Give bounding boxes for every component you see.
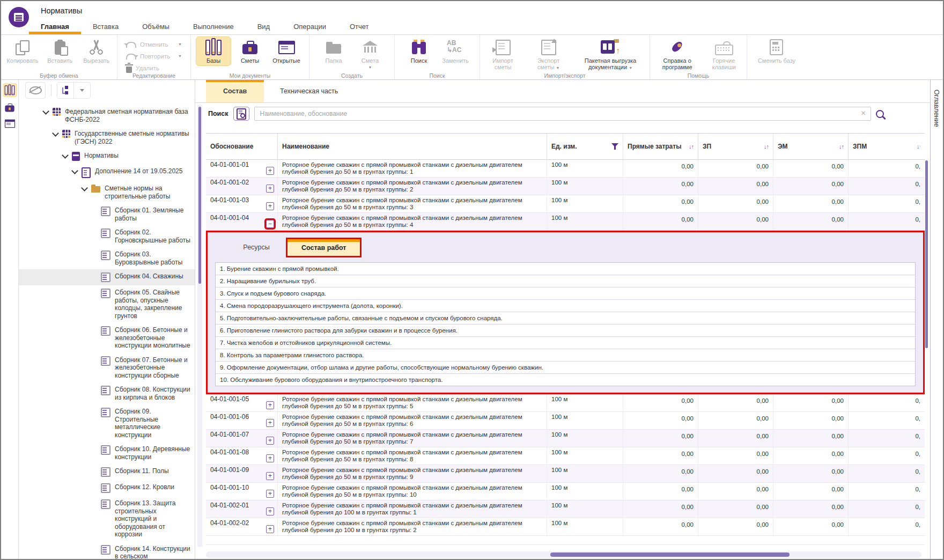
menu-tab[interactable]: Вставка <box>81 18 130 34</box>
row-expander[interactable] <box>266 185 274 193</box>
row-expander[interactable] <box>266 437 274 445</box>
table-row[interactable]: 04-01-001-07 Роторное бурение скважин с … <box>206 430 925 447</box>
paste-button[interactable]: Вставить <box>42 36 78 66</box>
table-row[interactable]: 04-01-001-05 Роторное бурение скважин с … <box>206 394 925 412</box>
work-item[interactable]: 7. Чистка желобов и отстойников циркуляц… <box>216 337 915 349</box>
export-estimate-button[interactable]: Экспорт сметы▼ <box>525 36 572 72</box>
table-row[interactable]: 04-01-001-04 Роторное бурение скважин с … <box>206 213 925 231</box>
column-header-unit[interactable]: Ед. изм. <box>547 134 623 159</box>
row-expander[interactable] <box>266 419 274 427</box>
content-tab[interactable]: Состав <box>206 80 264 102</box>
tree-item[interactable]: Государственные сметные нормативы (ГЭСН)… <box>19 127 195 149</box>
chevron-down-icon[interactable]: ▼ <box>556 66 559 70</box>
column-header-zp[interactable]: ЗП↓↑ <box>698 134 773 159</box>
scrollbar-thumb[interactable] <box>550 552 790 557</box>
row-expander[interactable] <box>266 220 274 228</box>
chevron-down-icon[interactable] <box>71 167 78 174</box>
column-header-justification[interactable]: Обоснование <box>206 134 278 159</box>
tree-item[interactable]: Сборник 11. Полы <box>19 464 195 480</box>
horizontal-scrollbar[interactable] <box>206 551 921 558</box>
import-estimate-button[interactable]: Импорт сметы <box>482 36 523 72</box>
work-item[interactable]: 8. Контроль за параметрами глинистого ра… <box>216 349 915 362</box>
clear-search-icon[interactable]: ✕ <box>860 109 866 117</box>
tree-item[interactable]: Сборник 04. Скважины <box>19 269 195 285</box>
delete-button[interactable]: Удалить <box>126 63 182 73</box>
sort-icon[interactable]: ↓↑ <box>839 143 844 150</box>
copy-button[interactable]: Копировать <box>4 36 41 66</box>
column-header-em[interactable]: ЭМ↓↑ <box>773 134 849 159</box>
table-row[interactable]: 04-01-002-01 Роторное бурение скважин с … <box>206 500 925 518</box>
work-item[interactable]: 9. Оформление документации, отбор шлама … <box>216 362 915 374</box>
undo-button[interactable]: Отменить ▼ <box>126 40 182 49</box>
work-composition-tab[interactable]: Состав работ <box>287 239 360 256</box>
table-row[interactable]: 04-01-001-03 Роторное бурение скважин с … <box>206 195 925 213</box>
tree-item[interactable]: Сборник 03. Буровзрывные работы <box>19 247 195 269</box>
chevron-down-icon[interactable]: ▼ <box>178 42 182 47</box>
right-vertical-scrollbar[interactable] <box>924 134 930 547</box>
strip-bases-button[interactable] <box>3 83 17 97</box>
chevron-down-icon[interactable]: ▼ <box>629 66 632 70</box>
hotkeys-button[interactable]: Горячие клавиши <box>703 36 744 72</box>
work-item[interactable]: 1. Бурение скважин с прямой промывкой. <box>216 263 915 275</box>
strip-estimates-button[interactable] <box>3 100 17 114</box>
work-item[interactable]: 3. Спуск и подъем бурового снаряда. <box>216 288 915 300</box>
chevron-down-icon[interactable]: ▼ <box>178 54 182 58</box>
row-expander[interactable] <box>266 525 274 533</box>
toc-side-tab[interactable]: Оглавление <box>930 80 943 559</box>
batch-export-button[interactable]: ↑ Пакетная выгрузка документации▼ <box>573 36 647 72</box>
row-expander[interactable] <box>266 472 274 480</box>
column-header-name[interactable]: Наименование <box>278 134 547 159</box>
row-expander[interactable] <box>266 167 274 175</box>
work-item[interactable]: 5. Подготовительно-заключительные работы… <box>216 312 915 325</box>
estimate-button[interactable]: Смета ▼ <box>352 36 388 72</box>
tree-view-dropdown[interactable] <box>73 83 90 98</box>
tree-item[interactable]: Сборник 08. Конструкции из кирпича и бло… <box>19 382 195 404</box>
table-row[interactable]: 04-01-001-09 Роторное бурение скважин с … <box>206 465 925 483</box>
row-expander[interactable] <box>266 454 274 462</box>
estimates-button[interactable]: Сметы <box>232 36 268 66</box>
row-expander[interactable] <box>266 202 274 210</box>
tree-item[interactable]: Сметные нормы на строительные работы <box>19 181 195 203</box>
content-tab[interactable]: Техническая часть <box>264 80 354 102</box>
tree-item[interactable]: Сборник 12. Кровли <box>19 480 195 496</box>
tree-item[interactable]: Сборник 05. Свайные работы, опускные кол… <box>19 285 195 323</box>
sort-icon[interactable]: ↓↑ <box>917 143 920 150</box>
chevron-down-icon[interactable] <box>62 152 69 159</box>
menu-tab[interactable]: Операции <box>282 18 338 34</box>
tree-item[interactable]: Сборник 10. Деревянные конструкции <box>19 442 195 464</box>
search-button[interactable]: Поиск <box>401 36 437 66</box>
search-input[interactable] <box>254 107 871 121</box>
menu-tab[interactable]: Объёмы <box>130 18 181 34</box>
column-header-direct-costs[interactable]: Прямые затраты↓↑ <box>623 134 698 159</box>
menu-tab[interactable]: Отчет <box>338 18 381 34</box>
work-item[interactable]: 4. Смена породоразрушающего инструмента … <box>216 300 915 312</box>
hide-button[interactable] <box>25 82 46 99</box>
tree-item[interactable]: Федеральная сметная нормативная база ФСН… <box>19 105 195 127</box>
chevron-down-icon[interactable] <box>52 130 59 137</box>
menu-tab[interactable]: Вид <box>246 18 282 34</box>
opened-button[interactable]: Открытые <box>269 36 304 66</box>
tree-item[interactable]: Сборник 13. Защита строительных конструк… <box>19 496 195 542</box>
tree-item[interactable]: Нормативы <box>19 149 195 164</box>
bases-button[interactable]: Базы <box>196 36 231 66</box>
work-item[interactable]: 10. Обслуживание бурового оборудования и… <box>216 374 915 386</box>
tree-item[interactable]: Сборник 09. Строительные металлические к… <box>19 404 195 442</box>
sort-icon[interactable]: ↓↑ <box>689 143 694 150</box>
menu-tab[interactable]: Главная <box>29 18 81 34</box>
tree-view-button[interactable] <box>57 82 91 99</box>
about-button[interactable]: Справка о программе <box>652 36 702 72</box>
left-vertical-scrollbar[interactable] <box>197 105 202 547</box>
tree-item[interactable]: Сборник 02. Горновскрышные работы <box>19 225 195 247</box>
menu-tab[interactable]: Выполнение <box>181 18 246 34</box>
row-expander[interactable] <box>266 507 274 515</box>
filter-icon[interactable] <box>611 143 618 150</box>
redo-button[interactable]: Повторить ▼ <box>126 51 182 61</box>
chevron-down-icon[interactable] <box>81 185 88 191</box>
cut-button[interactable]: Вырезать <box>79 36 114 66</box>
sort-icon[interactable]: ↓↑ <box>764 143 769 150</box>
table-row[interactable]: 04-01-002-02 Роторное бурение скважин с … <box>206 518 925 536</box>
resources-tab[interactable]: Ресурсы <box>227 244 286 251</box>
scrollbar-thumb[interactable] <box>925 160 928 348</box>
tree-item[interactable]: Сборник 01. Земляные работы <box>19 203 195 225</box>
table-row[interactable]: 04-01-001-02 Роторное бурение скважин с … <box>206 178 925 195</box>
